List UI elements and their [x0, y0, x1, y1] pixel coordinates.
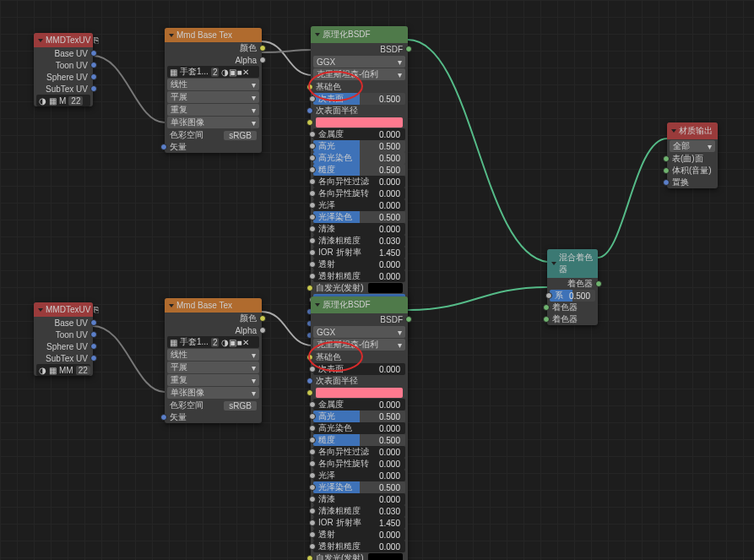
node-header[interactable]: MMDTexUV⎘ — [34, 302, 93, 317]
image-field[interactable]: ▦手套1...2◑▣■✕ — [167, 336, 259, 348]
target-select[interactable]: 全部▾ — [670, 140, 715, 152]
proj-select[interactable]: 平展▾ — [167, 91, 259, 103]
input-rough[interactable]: 糙度0.500 — [313, 164, 405, 176]
input-ior[interactable]: IOR 折射率1.450 — [313, 247, 405, 258]
input-sheen[interactable]: 光泽0.000 — [313, 470, 405, 481]
output-sphere-uv[interactable]: Sphere UV — [34, 340, 93, 352]
output-toon-uv[interactable]: Toon UV — [34, 329, 93, 340]
name-field[interactable]: ◑▦MM22 — [36, 364, 90, 376]
node-header[interactable]: MMDTexUV⎘ — [34, 33, 93, 47]
input-emit[interactable]: 自发光(发射) — [311, 282, 408, 294]
colorspace-row[interactable]: 色彩空间sRGB — [165, 400, 262, 411]
input-fac[interactable]: 系0.500 — [550, 290, 595, 302]
node-header[interactable]: 混合着色器 — [547, 249, 598, 278]
input-spect[interactable]: 高光染色0.000 — [313, 422, 405, 434]
input-subc[interactable] — [311, 387, 408, 399]
input-transr[interactable]: 透射粗糙度0.000 — [313, 270, 405, 282]
ext-select[interactable]: 重复▾ — [167, 374, 259, 386]
node-mmd-base-tex-1[interactable]: Mmd Base Tex 颜色 Alpha ▦手套1...2◑▣■✕ 线性▾ 平… — [165, 28, 262, 153]
output-subtex-uv[interactable]: SubTex UV — [34, 352, 93, 364]
output-subtex-uv[interactable]: SubTex UV — [34, 83, 93, 95]
input-spect[interactable]: 高光染色0.500 — [313, 152, 405, 164]
input-subsurface[interactable]: 次表面0.000 — [313, 363, 405, 375]
input-subsurface[interactable]: 次表面0.500 — [313, 93, 405, 105]
node-title: 原理化BSDF — [323, 299, 371, 311]
input-base[interactable]: 基础色 — [311, 351, 408, 363]
dist-select[interactable]: GGX▾ — [313, 326, 405, 338]
input-vector[interactable]: 矢量 — [165, 411, 262, 423]
input-transr[interactable]: 透射粗糙度0.000 — [313, 541, 405, 552]
input-emit[interactable]: 自发光(发射) — [311, 552, 408, 560]
input-clear[interactable]: 清漆0.000 — [313, 223, 405, 235]
input-metal[interactable]: 金属度0.000 — [313, 128, 405, 140]
input-anisor[interactable]: 各向异性旋转0.000 — [313, 188, 405, 199]
name-field[interactable]: ◑▦M22 — [36, 95, 90, 106]
node-principled-bsdf-1[interactable]: 原理化BSDF BSDF GGX▾ 克里斯坦森-伯利▾ 基础色 次表面0.500… — [311, 26, 408, 341]
input-sheent[interactable]: 光泽染色0.500 — [313, 481, 405, 493]
dist-select[interactable]: GGX▾ — [313, 56, 405, 68]
input-sheen[interactable]: 光泽0.000 — [313, 199, 405, 211]
input-rough[interactable]: 糙度0.500 — [313, 434, 405, 446]
node-header[interactable]: 原理化BSDF — [311, 26, 408, 43]
input-subr[interactable]: 次表面半径 — [311, 105, 408, 117]
input-spec[interactable]: 高光0.500 — [313, 410, 405, 422]
opts-icon[interactable]: ⎘ — [94, 305, 99, 314]
sss-select[interactable]: 克里斯坦森-伯利▾ — [313, 339, 405, 351]
node-title: Mmd Base Tex — [176, 30, 232, 40]
input-trans[interactable]: 透射0.000 — [313, 258, 405, 270]
output-color[interactable]: 颜色 — [165, 42, 262, 54]
node-mix-shader[interactable]: 混合着色器 着色器 系0.500 着色器 着色器 — [547, 249, 598, 325]
output-sphere-uv[interactable]: Sphere UV — [34, 71, 93, 83]
node-material-output[interactable]: 材质输出 全部▾ 表(曲)面 体积(音量) 置换 — [667, 122, 718, 188]
input-shader-1[interactable]: 着色器 — [547, 302, 598, 313]
input-surface[interactable]: 表(曲)面 — [667, 153, 718, 165]
browse-icon[interactable]: ◑▣■✕ — [221, 68, 248, 77]
output-base-uv[interactable]: Base UV — [34, 317, 93, 329]
opts-icon[interactable]: ⎘ — [94, 35, 99, 45]
node-mmdtexuv-1[interactable]: MMDTexUV⎘ Base UV Toon UV Sphere UV SubT… — [34, 33, 93, 106]
input-sheent[interactable]: 光泽染色0.500 — [313, 211, 405, 223]
output-bsdf[interactable]: BSDF — [311, 313, 408, 325]
output-bsdf[interactable]: BSDF — [311, 43, 408, 55]
input-trans[interactable]: 透射0.000 — [313, 529, 405, 541]
input-vector[interactable]: 矢量 — [165, 141, 262, 153]
output-alpha[interactable]: Alpha — [165, 54, 262, 66]
output-toon-uv[interactable]: Toon UV — [34, 59, 93, 71]
output-alpha[interactable]: Alpha — [165, 324, 262, 336]
input-aniso[interactable]: 各向异性过滤0.000 — [313, 176, 405, 188]
input-clearr[interactable]: 清漆粗糙度0.030 — [313, 505, 405, 517]
output-color[interactable]: 颜色 — [165, 313, 262, 324]
node-mmdtexuv-2[interactable]: MMDTexUV⎘ Base UV Toon UV Sphere UV SubT… — [34, 302, 93, 376]
node-header[interactable]: Mmd Base Tex — [165, 298, 262, 313]
input-anisor[interactable]: 各向异性旋转0.000 — [313, 458, 405, 470]
node-header[interactable]: Mmd Base Tex — [165, 28, 262, 42]
input-shader-2[interactable]: 着色器 — [547, 313, 598, 325]
input-subc[interactable] — [311, 117, 408, 128]
input-clearr[interactable]: 清漆粗糙度0.030 — [313, 235, 405, 247]
input-aniso[interactable]: 各向异性过滤0.000 — [313, 446, 405, 458]
browse-icon[interactable]: ◑▣■✕ — [221, 338, 248, 347]
input-metal[interactable]: 金属度0.000 — [313, 399, 405, 410]
colorspace-row[interactable]: 色彩空间sRGB — [165, 129, 262, 141]
interp-select[interactable]: 线性▾ — [167, 79, 259, 90]
input-clear[interactable]: 清漆0.000 — [313, 493, 405, 505]
node-principled-bsdf-2[interactable]: 原理化BSDF BSDF GGX▾ 克里斯坦森-伯利▾ 基础色 次表面0.000… — [311, 296, 408, 560]
input-base[interactable]: 基础色 — [311, 81, 408, 93]
node-header[interactable]: 材质输出 — [667, 122, 718, 139]
image-field[interactable]: ▦手套1...2◑▣■✕ — [167, 66, 259, 78]
single-select[interactable]: 单张图像▾ — [167, 387, 259, 399]
input-ior[interactable]: IOR 折射率1.450 — [313, 517, 405, 529]
sss-select[interactable]: 克里斯坦森-伯利▾ — [313, 68, 405, 80]
input-spec[interactable]: 高光0.500 — [313, 140, 405, 152]
single-select[interactable]: 单张图像▾ — [167, 117, 259, 128]
input-volume[interactable]: 体积(音量) — [667, 165, 718, 177]
proj-select[interactable]: 平展▾ — [167, 362, 259, 373]
node-header[interactable]: 原理化BSDF — [311, 296, 408, 313]
input-disp[interactable]: 置换 — [667, 177, 718, 188]
node-mmd-base-tex-2[interactable]: Mmd Base Tex 颜色 Alpha ▦手套1...2◑▣■✕ 线性▾ 平… — [165, 298, 262, 423]
interp-select[interactable]: 线性▾ — [167, 349, 259, 361]
input-subr[interactable]: 次表面半径 — [311, 375, 408, 387]
ext-select[interactable]: 重复▾ — [167, 104, 259, 116]
output-base-uv[interactable]: Base UV — [34, 47, 93, 59]
output-shader[interactable]: 着色器 — [547, 278, 598, 290]
